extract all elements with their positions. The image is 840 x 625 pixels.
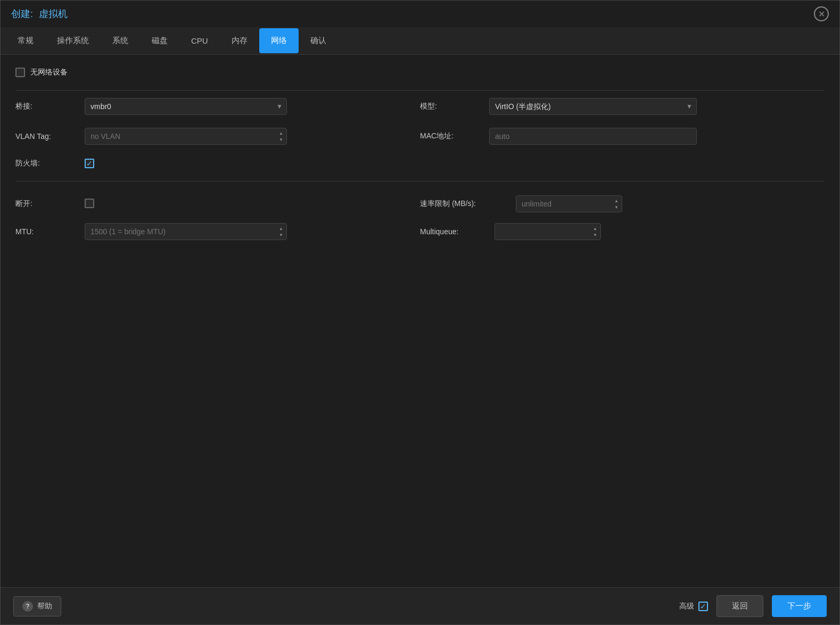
dialog-title: 创建: 虚拟机 xyxy=(11,7,68,20)
rate-label: 速率限制 (MB/s): xyxy=(420,199,516,209)
footer: ? 帮助 高级 ✓ 返回 下一步 xyxy=(1,587,839,624)
footer-right: 高级 ✓ 返回 下一步 xyxy=(679,595,827,617)
tab-os[interactable]: 操作系统 xyxy=(45,28,101,53)
tab-memory[interactable]: 内存 xyxy=(220,28,259,53)
multiqueue-up-arrow[interactable]: ▲ xyxy=(591,226,599,231)
no-network-checkbox[interactable] xyxy=(15,68,25,77)
vlan-up-arrow[interactable]: ▲ xyxy=(277,130,285,136)
multiqueue-control: ▲ ▼ xyxy=(495,223,825,240)
model-control: VirtIO (半虚拟化) ▼ xyxy=(489,98,825,115)
tab-network[interactable]: 网络 xyxy=(259,28,299,53)
tab-confirm[interactable]: 确认 xyxy=(299,28,338,53)
firewall-row: 防火墙: ✓ xyxy=(15,150,420,177)
disconnect-control xyxy=(85,199,420,210)
mac-input[interactable] xyxy=(489,128,697,145)
firewall-control: ✓ xyxy=(85,159,420,168)
create-vm-dialog: 创建: 虚拟机 ✕ 常规 操作系统 系统 磁盘 CPU 内存 网络 确认 无网络… xyxy=(0,0,840,625)
tab-disk[interactable]: 磁盘 xyxy=(140,28,179,53)
disconnect-label: 断开: xyxy=(15,199,85,209)
content-area: 无网络设备 桥接: vmbr0 ▼ 模型: xyxy=(1,55,839,587)
advanced-label: 高级 xyxy=(679,602,694,611)
tab-bar: 常规 操作系统 系统 磁盘 CPU 内存 网络 确认 xyxy=(1,27,839,55)
help-label: 帮助 xyxy=(37,602,52,611)
multiqueue-input[interactable] xyxy=(495,223,601,240)
title-name: 虚拟机 xyxy=(39,9,68,19)
back-button[interactable]: 返回 xyxy=(717,595,763,617)
model-select[interactable]: VirtIO (半虚拟化) xyxy=(489,98,697,115)
tab-general[interactable]: 常规 xyxy=(6,28,45,53)
bridge-row: 桥接: vmbr0 ▼ xyxy=(15,91,420,122)
section-divider xyxy=(15,181,825,182)
title-bar: 创建: 虚拟机 ✕ xyxy=(1,1,839,27)
next-button[interactable]: 下一步 xyxy=(772,595,827,617)
mac-label: MAC地址: xyxy=(420,131,489,141)
mtu-down-arrow[interactable]: ▼ xyxy=(277,232,285,237)
disconnect-row: 断开: xyxy=(15,190,420,218)
mtu-input[interactable] xyxy=(85,223,287,240)
advanced-section: 高级 ✓ xyxy=(679,602,708,611)
rate-input[interactable] xyxy=(516,195,622,212)
rate-row: 速率限制 (MB/s): ▲ ▼ xyxy=(420,190,825,218)
model-select-wrapper: VirtIO (半虚拟化) ▼ xyxy=(489,98,697,115)
close-button[interactable]: ✕ xyxy=(814,6,829,21)
rate-down-arrow[interactable]: ▼ xyxy=(613,204,620,210)
vlan-control: ▲ ▼ xyxy=(85,128,420,145)
disconnect-checkbox[interactable] xyxy=(85,199,94,208)
title-prefix: 创建: xyxy=(11,9,33,19)
help-icon: ? xyxy=(22,601,33,612)
vlan-row: VLAN Tag: ▲ ▼ xyxy=(15,122,420,150)
mtu-up-arrow[interactable]: ▲ xyxy=(277,226,285,231)
rate-spinner-wrapper: ▲ ▼ xyxy=(516,195,622,212)
tab-system[interactable]: 系统 xyxy=(101,28,140,53)
vlan-label: VLAN Tag: xyxy=(15,132,85,141)
mtu-control: ▲ ▼ xyxy=(85,223,420,240)
vlan-down-arrow[interactable]: ▼ xyxy=(277,137,285,142)
multiqueue-spinner-wrapper: ▲ ▼ xyxy=(495,223,601,240)
no-network-label: 无网络设备 xyxy=(30,68,68,77)
multiqueue-spin-arrows: ▲ ▼ xyxy=(591,226,599,237)
mac-row: MAC地址: xyxy=(420,122,825,150)
model-row: 模型: VirtIO (半虚拟化) ▼ xyxy=(420,91,825,122)
mtu-spinner-wrapper: ▲ ▼ xyxy=(85,223,287,240)
vlan-spin-arrows: ▲ ▼ xyxy=(277,130,285,142)
multiqueue-row: Multiqueue: ▲ ▼ xyxy=(420,218,825,245)
model-label: 模型: xyxy=(420,102,489,111)
bridge-label: 桥接: xyxy=(15,102,85,111)
footer-left: ? 帮助 xyxy=(13,596,61,616)
tab-cpu[interactable]: CPU xyxy=(179,29,220,53)
bridge-select-wrapper: vmbr0 ▼ xyxy=(85,98,287,115)
rate-up-arrow[interactable]: ▲ xyxy=(613,198,620,203)
multiqueue-label: Multiqueue: xyxy=(420,227,495,236)
vlan-input[interactable] xyxy=(85,128,287,145)
firewall-checkbox[interactable]: ✓ xyxy=(85,159,94,168)
advanced-checkbox[interactable]: ✓ xyxy=(698,602,708,611)
mac-control xyxy=(489,128,825,145)
rate-control: ▲ ▼ xyxy=(516,195,825,212)
mtu-label: MTU: xyxy=(15,227,85,236)
firewall-right-empty xyxy=(420,150,825,177)
help-button[interactable]: ? 帮助 xyxy=(13,596,61,616)
mtu-spin-arrows: ▲ ▼ xyxy=(277,226,285,237)
bridge-select[interactable]: vmbr0 xyxy=(85,98,287,115)
bridge-control: vmbr0 ▼ xyxy=(85,98,420,115)
multiqueue-down-arrow[interactable]: ▼ xyxy=(591,232,599,237)
no-network-row: 无网络设备 xyxy=(15,68,825,77)
mtu-row: MTU: ▲ ▼ xyxy=(15,218,420,245)
firewall-label: 防火墙: xyxy=(15,159,85,168)
vlan-spinner-wrapper: ▲ ▼ xyxy=(85,128,287,145)
rate-spin-arrows: ▲ ▼ xyxy=(613,198,620,210)
